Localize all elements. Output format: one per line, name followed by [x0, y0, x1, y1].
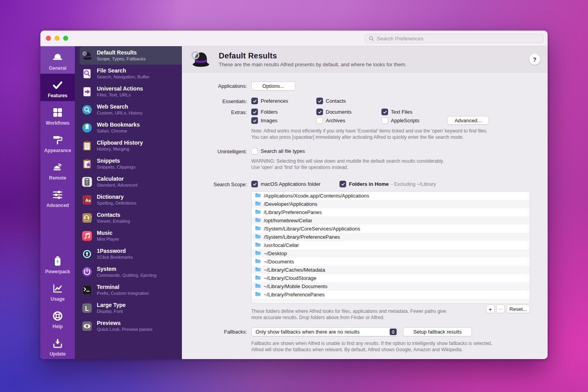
rail-item-update[interactable]: Update	[40, 332, 75, 359]
feature-item-universal-actions[interactable]: Universal Actions Files, Text, URLs	[75, 83, 182, 101]
checked-checkbox-icon	[316, 109, 323, 115]
setup-fallback-results-button[interactable]: Setup fallback results	[403, 327, 472, 336]
feature-title: System	[97, 266, 156, 272]
folder-path: /Developer/Applications	[264, 201, 318, 207]
previews-icon	[81, 320, 93, 332]
feature-item-default-results[interactable]: Default Results Scope, Types, Fallbacks	[80, 47, 182, 65]
unchecked-checkbox-icon	[381, 117, 388, 124]
checkbox-documents[interactable]: Documents	[316, 109, 352, 115]
folder-row[interactable]: /Applications/Xcode.app/Contents/Applica…	[252, 192, 530, 200]
checked-checkbox-icon	[316, 98, 323, 104]
unchecked-checkbox-icon	[316, 117, 323, 124]
folder-row[interactable]: /usr/local/Cellar	[252, 241, 530, 249]
checkbox-preferences[interactable]: Preferences	[251, 98, 288, 104]
feature-title: Default Results	[97, 49, 145, 56]
checkbox-text-files[interactable]: Text Files	[381, 109, 412, 115]
checkbox-images[interactable]: Images	[251, 117, 278, 124]
folder-row[interactable]: ~/Library/Mobile Documents	[252, 282, 530, 290]
feature-item-music[interactable]: Music Mini Player	[75, 227, 182, 245]
rail-sidebar: General Features Workflows Appearance Re…	[40, 46, 75, 359]
folder-row[interactable]: ~/Library/Caches/Metadata	[252, 266, 530, 274]
remote-icon	[51, 161, 65, 174]
features-sidebar: Default Results Scope, Types, Fallbacks …	[75, 46, 182, 359]
rail-item-advanced[interactable]: Advanced	[40, 183, 75, 211]
folder-row[interactable]: /System/Library/CoreServices/Application…	[252, 225, 530, 233]
feature-title: Universal Actions	[97, 85, 143, 92]
folder-icon	[255, 209, 264, 216]
help-button[interactable]: ?	[529, 54, 540, 65]
search-preferences-input[interactable]: Search Preferences	[365, 34, 544, 43]
rail-item-general[interactable]: General	[40, 46, 75, 74]
feature-item-file-search[interactable]: File Search Search, Navigation, Buffer	[75, 65, 182, 83]
calculator-icon	[81, 176, 93, 188]
minimize-button[interactable]	[54, 36, 60, 41]
folder-row[interactable]: ~/Library/PreferencePanes	[252, 290, 530, 299]
rail-item-remote[interactable]: Remote	[40, 156, 75, 183]
checkbox-label: Preferences	[261, 98, 288, 104]
zoom-button[interactable]	[63, 36, 68, 41]
feature-item-dictionary[interactable]: Aa Dictionary Spelling, Definitions	[75, 191, 182, 209]
feature-item-previews[interactable]: Previews Quick Look, Preview panels	[75, 317, 182, 335]
feature-item-1password[interactable]: 1Password 1Click Bookmarks	[75, 245, 182, 263]
feature-item-web-search[interactable]: Web Search Custom, URLs, History	[75, 101, 182, 119]
search-scope-folder-list[interactable]: /Applications/Xcode.app/Contents/Applica…	[251, 191, 530, 304]
folder-icon	[255, 234, 264, 241]
folder-row[interactable]: ~/Library/CloudStorage	[252, 274, 530, 282]
feature-subtitle: Safari, Chrome	[97, 129, 140, 134]
rail-spacer	[40, 211, 75, 250]
folder-path: /opt/homebrew/Cellar	[264, 218, 312, 223]
folder-icon	[255, 250, 264, 257]
search-icon	[368, 36, 374, 42]
feature-item-large-type[interactable]: L Large Type Display, Font	[75, 299, 182, 317]
folder-row[interactable]: ~/Desktop	[252, 249, 530, 258]
folder-row[interactable]: /Library/PreferencePanes	[252, 208, 530, 216]
sliders-icon	[51, 188, 65, 201]
feature-item-snippets[interactable]: Snippets Snippets, Clippings	[75, 155, 182, 173]
extras-advanced-button[interactable]: Advanced...	[447, 116, 489, 125]
rail-item-help[interactable]: Help	[40, 305, 75, 332]
folder-path: ~/Library/Mobile Documents	[264, 283, 327, 289]
feature-item-calculator[interactable]: Calculator Standard, Advanced	[75, 173, 182, 191]
checkbox-archives[interactable]: Archives	[316, 117, 345, 124]
feature-item-clipboard-history[interactable]: Clipboard History History, Merging	[75, 137, 182, 155]
unintelligent-warning: WARNING: Selecting this will slow down a…	[251, 158, 444, 171]
reset-folders-button[interactable]: Reset...	[506, 305, 530, 313]
checkbox-folders-in-home[interactable]: Folders in Home - Excluding ~/Library	[339, 181, 436, 187]
rail-item-features[interactable]: Features	[40, 74, 75, 101]
folder-row[interactable]: /Developer/Applications	[252, 200, 530, 208]
add-folder-button[interactable]: +	[486, 305, 495, 313]
feature-title: Contacts	[97, 212, 130, 218]
feature-item-contacts[interactable]: Contacts Viewer, Emailing	[75, 209, 182, 227]
folder-path: ~/Documents	[264, 259, 294, 265]
rail-item-powerpack[interactable]: Powerpack	[40, 250, 75, 277]
folder-path: ~/Library/Caches/Metadata	[264, 267, 325, 273]
folder-row[interactable]: ~/Documents	[252, 258, 530, 266]
folder-row[interactable]: /opt/homebrew/Cellar	[252, 216, 530, 225]
rail-item-appearance[interactable]: Appearance	[40, 129, 75, 156]
checkbox-search-all-file-types[interactable]: Search all file types	[251, 148, 305, 154]
checkbox-folders[interactable]: Folders	[251, 109, 278, 115]
checkbox-applescripts[interactable]: AppleScripts	[381, 117, 419, 124]
snippets-icon	[81, 158, 93, 170]
folder-path: /Library/PreferencePanes	[264, 209, 321, 215]
search-scope-label: Search Scope:	[182, 181, 247, 187]
checkbox-macos-applications-folder[interactable]: macOS Applications folder	[251, 181, 320, 187]
remove-folder-button[interactable]: −	[496, 305, 505, 313]
feature-item-terminal[interactable]: Terminal Prefix, Custom Integration	[75, 281, 182, 299]
rail-item-usage[interactable]: Usage	[40, 277, 75, 305]
close-button[interactable]	[46, 36, 51, 41]
feature-title: Web Bookmarks	[97, 122, 140, 128]
fallbacks-dropdown[interactable]: Only show fallbacks when there are no re…	[251, 327, 398, 336]
rail-item-workflows[interactable]: Workflows	[40, 101, 75, 129]
extras-label: Extras:	[182, 109, 247, 115]
feature-title: Dictionary	[97, 194, 136, 200]
folder-row[interactable]: /System/Library/PreferencePanes	[252, 233, 530, 241]
checkbox-contacts[interactable]: Contacts	[316, 98, 346, 104]
folder-path: ~/Desktop	[264, 250, 287, 256]
feature-title: Previews	[97, 320, 152, 326]
checked-checkbox-icon	[381, 109, 388, 115]
feature-item-web-bookmarks[interactable]: Web Bookmarks Safari, Chrome	[75, 119, 182, 137]
feature-item-system[interactable]: System Commands, Quitting, Ejecting	[75, 263, 182, 281]
folder-path: /Applications/Xcode.app/Contents/Applica…	[264, 193, 369, 199]
applications-options-button[interactable]: Options...	[251, 82, 295, 91]
